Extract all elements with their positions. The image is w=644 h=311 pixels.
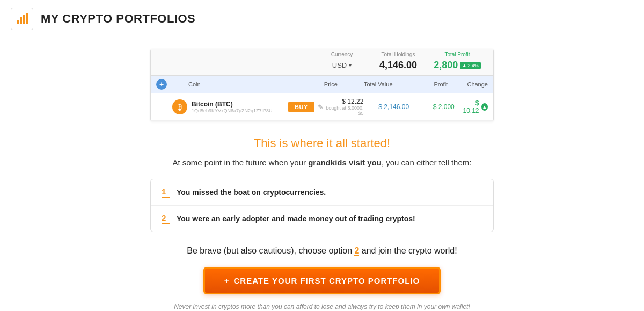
change-up-icon: ▲ [481, 103, 488, 111]
option-text-1: You missed the boat on cryptocurrencies. [177, 188, 326, 197]
table-row: ₿ Bitcoin (BTC) 1Qd5eb9KYVxQN6a7pZN2q1Z7… [151, 93, 493, 121]
coin-address: 1Qd5eb9KYVxQN6a7pZN2q1Z7fP8U1W65KU [192, 108, 277, 113]
col-change: Change [453, 81, 488, 88]
promo-section: This is where it all started! At some po… [150, 136, 494, 310]
option-item-1: 1 You missed the boat on cryptocurrencie… [151, 179, 493, 206]
bitcoin-icon: ₿ [172, 99, 187, 114]
currency-value: USD [332, 61, 347, 69]
option-item-2: 2 You were an early adopter and made mon… [151, 206, 493, 232]
promo-title: This is where it all started! [150, 136, 494, 150]
total-holdings-value: 4,146.00 [379, 60, 417, 70]
edit-icon[interactable]: ✎ [318, 103, 324, 111]
svg-rect-3 [26, 13, 28, 24]
cta-text: Be brave (but also cautious), choose opt… [150, 244, 494, 258]
coin-name: Bitcoin (BTC) [192, 100, 277, 108]
option-num-1: 1 [162, 187, 170, 198]
cta-highlight-num: 2 [354, 246, 359, 256]
page-header: MY CRYPTO PORTFOLIOS [0, 0, 644, 38]
profit-percent: 2.4% [467, 63, 479, 68]
table-header: + Coin Price Total Value Profit Change [151, 76, 493, 93]
coin-price: $ 12.22 [324, 98, 364, 105]
coin-price-sub: bought at 5.0000: $5 [324, 105, 364, 116]
create-portfolio-button[interactable]: + CREATE YOUR FIRST CRYPTO PORTFOLIO [203, 267, 441, 294]
svg-rect-2 [23, 15, 25, 24]
svg-rect-0 [17, 20, 19, 24]
coin-change: $ 10.12 [460, 99, 479, 114]
option-num-2: 2 [162, 213, 170, 224]
currency-label: Currency [315, 52, 369, 57]
main-content: Currency Total Holdings Total Profit USD… [0, 38, 644, 311]
cta-button-label: CREATE YOUR FIRST CRYPTO PORTFOLIO [233, 276, 420, 285]
disclaimer-text: Never invest in cryptos more than you ca… [150, 303, 494, 310]
col-total-value: Total Value [343, 81, 398, 88]
buy-button[interactable]: BUY [288, 102, 314, 112]
promo-subtitle: At some point in the future when your gr… [150, 157, 494, 169]
col-price: Price [288, 81, 343, 88]
page-title: MY CRYPTO PORTFOLIOS [41, 12, 195, 26]
options-box: 1 You missed the boat on cryptocurrencie… [150, 179, 494, 232]
col-profit: Profit [398, 81, 453, 88]
profit-label: Total Profit [428, 52, 487, 57]
option-text-2: You were an early adopter and made money… [177, 214, 415, 223]
add-coin-button[interactable]: + [156, 79, 167, 90]
currency-dropdown-icon[interactable]: ▾ [349, 62, 352, 68]
coin-profit: $ 2,000 [414, 103, 460, 111]
cta-button-icon: + [224, 276, 230, 285]
svg-rect-1 [20, 17, 22, 24]
holdings-label: Total Holdings [369, 52, 428, 57]
profit-badge: ▲ 2.4% [460, 62, 480, 69]
app-logo [11, 8, 33, 30]
portfolio-preview: Currency Total Holdings Total Profit USD… [150, 49, 494, 121]
total-profit-value: 2,800 [434, 60, 458, 71]
coin-total-value: $ 2,146.00 [369, 103, 414, 111]
col-coin: Coin [169, 81, 288, 88]
